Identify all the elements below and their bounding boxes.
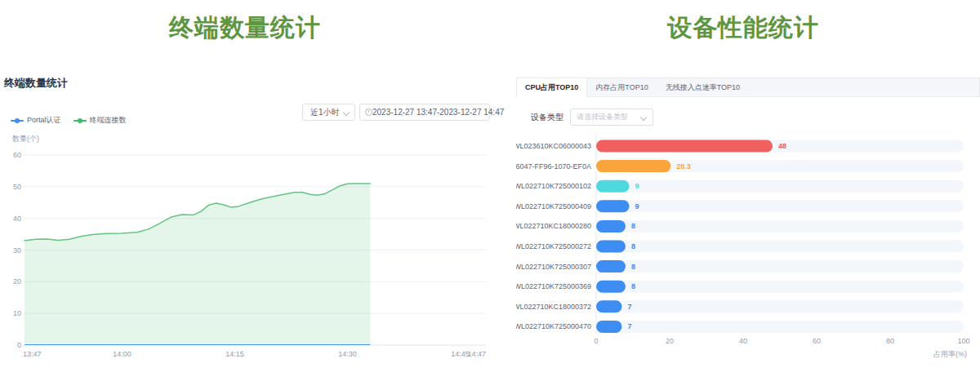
svg-text:7: 7 [628,303,632,311]
svg-text:14:47: 14:47 [467,350,486,358]
svg-text:WL022710K725000369: WL022710K725000369 [516,282,591,290]
chevron-down-icon [344,109,350,115]
svg-text:6047-FF96-1070-EF0A: 6047-FF96-1070-EF0A [516,162,591,170]
time-range-value: 近1小时 [310,107,340,118]
legend-item-terminal-connections[interactable]: 终端连接数 [74,115,127,126]
svg-text:100: 100 [957,337,969,345]
legend-marker-terminal-icon [74,117,87,124]
svg-text:WL022710K725000272: WL022710K725000272 [516,242,591,250]
svg-text:WL023610KC06000043: WL023610KC06000043 [516,142,591,150]
svg-text:9: 9 [635,202,639,210]
svg-text:7: 7 [628,322,632,330]
svg-text:0: 0 [594,337,598,345]
svg-text:14:00: 14:00 [113,350,131,358]
device-type-label: 设备类型 [531,112,564,123]
svg-text:20: 20 [13,277,21,286]
svg-text:80: 80 [886,337,894,345]
legend-label-portal: Portal认证 [27,115,61,126]
device-type-filter: 设备类型 请选择设备类型 [531,108,653,126]
svg-text:50: 50 [13,183,21,191]
svg-text:9: 9 [635,182,639,190]
terminal-count-line-chart: 010203040506013:4714:0014:1514:3014:4514… [0,147,490,372]
legend-marker-portal-icon [11,117,24,124]
svg-text:14:15: 14:15 [225,350,244,358]
legend-item-portal[interactable]: Portal认证 [11,115,61,126]
svg-text:20: 20 [666,337,674,345]
left-panel-title: 终端数量统计 [0,11,490,45]
tab-cpu-top10[interactable]: CPU占用TOP10 [516,78,587,97]
device-type-placeholder: 请选择设备类型 [577,112,628,122]
svg-text:占用率(%): 占用率(%) [933,350,967,358]
svg-text:10: 10 [13,309,21,317]
y-axis-name: 数量(个) [12,134,39,144]
svg-text:8: 8 [631,282,635,290]
svg-text:WL022710K725000307: WL022710K725000307 [516,263,591,271]
chevron-down-icon [641,114,647,120]
svg-text:40: 40 [739,337,747,345]
clock-icon [365,108,372,116]
terminal-count-header: 终端数量统计 [4,76,68,91]
svg-text:WL022710K725000102: WL022710K725000102 [516,182,591,190]
svg-text:8: 8 [631,263,635,271]
device-type-select[interactable]: 请选择设备类型 [570,108,653,126]
svg-text:30: 30 [13,246,21,255]
svg-text:WL022710KC18000280: WL022710KC18000280 [516,222,591,230]
cpu-top10-bar-chart: WL023610KC06000043486047-FF96-1070-EF0A2… [516,129,980,372]
svg-text:60: 60 [813,337,821,345]
svg-text:40: 40 [13,215,21,223]
svg-text:0: 0 [17,341,21,349]
svg-text:20.3: 20.3 [676,162,691,170]
chart-legend: Portal认证 终端连接数 [11,115,127,126]
tab-wireless-ap-rate-top10[interactable]: 无线接入点速率TOP10 [657,78,749,96]
time-range-select[interactable]: 近1小时 [302,104,355,121]
tab-memory-top10[interactable]: 内存占用TOP10 [587,78,657,96]
date-range-picker[interactable]: 2023-12-27 13:47 - 2023-12-27 14:47 [359,104,490,121]
svg-text:60: 60 [13,151,21,159]
date-end: 2023-12-27 14:47 [439,108,504,117]
svg-text:8: 8 [631,242,635,250]
right-panel-title: 设备性能统计 [506,11,980,45]
svg-text:48: 48 [778,142,786,150]
date-start: 2023-12-27 13:47 [372,108,437,117]
legend-label-terminal-connections: 终端连接数 [90,115,127,126]
svg-text:13:47: 13:47 [23,350,42,358]
performance-tab-bar: CPU占用TOP10 内存占用TOP10 无线接入点速率TOP10 [516,78,980,97]
svg-text:WL022710K725000470: WL022710K725000470 [516,322,591,330]
svg-text:WL022710KC18000372: WL022710KC18000372 [516,303,591,311]
svg-text:14:30: 14:30 [338,350,357,358]
svg-text:WL022710K725000409: WL022710K725000409 [516,202,591,210]
svg-text:8: 8 [631,222,635,230]
